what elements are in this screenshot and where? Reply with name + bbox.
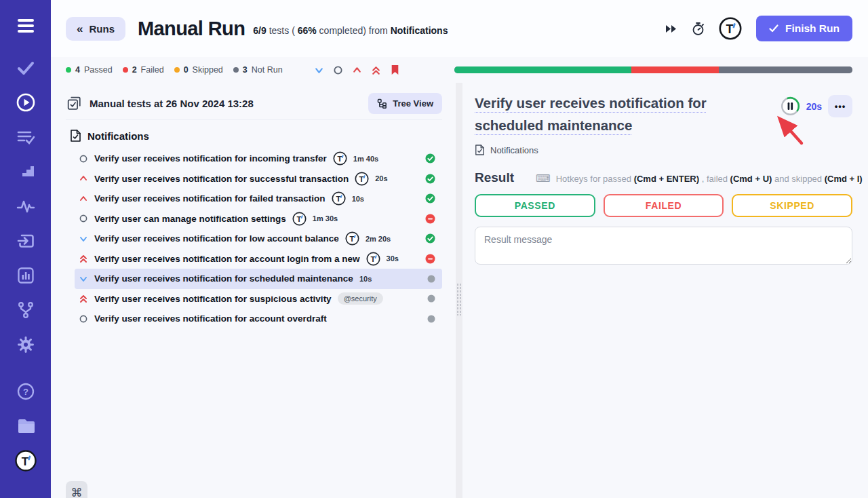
status-notrun-icon: [427, 315, 435, 323]
bar-chart-icon[interactable]: [15, 265, 37, 286]
svg-text:T: T: [359, 175, 364, 183]
folder-icon[interactable]: [15, 415, 37, 437]
status-badge: [427, 275, 435, 283]
status-badge: [425, 214, 435, 224]
test-row[interactable]: Verify user receives notification for ac…: [75, 249, 442, 269]
priority-normal-icon: [79, 314, 88, 324]
test-title: Verify user receives notification for su…: [94, 294, 332, 304]
status-passed-icon: [425, 174, 435, 184]
test-row[interactable]: Verify user receives notification for fa…: [75, 189, 442, 209]
priority-high-icon: [79, 174, 88, 183]
stat-skipped[interactable]: 0Skipped: [174, 65, 223, 75]
folder-notifications[interactable]: Notifications: [66, 120, 442, 149]
skipped-button[interactable]: SKIPPED: [732, 194, 852, 217]
test-duration: 2m 20s: [366, 235, 391, 243]
test-row[interactable]: Verify user receives notification for lo…: [75, 229, 442, 249]
breadcrumb[interactable]: Notifications: [475, 144, 852, 156]
status-badge: [425, 254, 435, 264]
chevron-down-icon[interactable]: [314, 65, 324, 75]
menu-icon[interactable]: [15, 15, 37, 37]
testomat-logo-icon: T: [355, 172, 369, 186]
testomat-logo-icon: T: [345, 231, 359, 246]
help-icon[interactable]: ?: [15, 381, 37, 402]
priority-high-icon: [79, 174, 88, 183]
test-duration: 10s: [352, 195, 364, 203]
test-row[interactable]: Verify user receives notification for ac…: [75, 309, 442, 329]
test-row[interactable]: Verify user can manage notification sett…: [75, 209, 442, 229]
gear-icon[interactable]: [15, 334, 37, 356]
passed-button[interactable]: PASSED: [475, 194, 595, 217]
back-to-runs-label: Runs: [89, 23, 115, 35]
timer-value: 20s: [806, 101, 822, 112]
fast-forward-icon[interactable]: [665, 24, 677, 33]
svg-text:T: T: [337, 155, 342, 163]
status-dot-icon: [174, 67, 180, 73]
copy-check-icon: [66, 95, 82, 111]
status-passed-icon: [425, 193, 435, 204]
test-duration: 1m 40s: [353, 155, 378, 163]
testomat-logo-icon: T: [366, 252, 380, 266]
panel-resize-handle[interactable]: [456, 83, 462, 498]
pulse-icon[interactable]: [15, 195, 37, 217]
pause-timer-button[interactable]: [781, 96, 800, 116]
stat-not-run[interactable]: 3Not Run: [233, 65, 283, 75]
result-message-input[interactable]: [475, 227, 852, 265]
test-title: Verify user receives notification for fa…: [94, 193, 326, 204]
stat-passed[interactable]: 4Passed: [66, 65, 113, 75]
testomat-logo-icon: T: [366, 252, 380, 266]
status-passed-icon: [425, 153, 435, 164]
stopwatch-icon[interactable]: [692, 22, 705, 36]
test-row[interactable]: Verify user receives notification for su…: [75, 169, 442, 189]
status-passed-icon: [425, 233, 435, 244]
finish-run-button[interactable]: Finish Run: [756, 16, 852, 41]
breadcrumb-label: Notifications: [490, 145, 538, 155]
test-row[interactable]: Verify user receives notification for sc…: [75, 269, 442, 289]
test-duration: 1m 30s: [313, 214, 338, 223]
priority-important-icon: [79, 294, 88, 303]
hotkey-segment: and skipped: [774, 174, 825, 184]
priority-low-icon: [79, 274, 88, 284]
verdict-buttons: PASSEDFAILEDSKIPPED: [475, 194, 852, 217]
progress-segment: [454, 66, 631, 73]
file-check-icon: [475, 144, 485, 156]
priority-low-icon: [79, 234, 88, 244]
branch-icon[interactable]: [15, 299, 37, 321]
priority-low-icon: [79, 234, 88, 244]
status-badge: [425, 153, 435, 164]
failed-button[interactable]: FAILED: [604, 194, 724, 217]
svg-text:T: T: [349, 235, 354, 243]
test-row[interactable]: Verify user receives notification for su…: [75, 289, 442, 309]
hotkey-segment: (Cmd + ENTER): [634, 174, 702, 184]
priority-normal-icon: [79, 214, 88, 223]
import-icon[interactable]: [15, 230, 37, 252]
status-failed-icon: [425, 214, 435, 224]
double-chevron-left-icon: «: [77, 23, 83, 35]
play-circle-icon[interactable]: [15, 92, 37, 113]
steps-icon[interactable]: [15, 161, 37, 183]
check-icon[interactable]: [15, 57, 37, 79]
priority-normal-icon: [79, 154, 88, 164]
chevron-up-icon[interactable]: [352, 65, 362, 75]
command-key-button[interactable]: ⌘: [66, 481, 87, 498]
circle-icon[interactable]: [333, 65, 343, 75]
tree-view-button[interactable]: Tree View: [368, 93, 442, 114]
app-logo-icon[interactable]: T: [719, 17, 742, 40]
hotkeys-hint: ⌨Hotkeys for passed (Cmd + ENTER) , fail…: [536, 172, 863, 185]
priority-important-icon: [79, 294, 88, 303]
logo-icon[interactable]: T: [15, 450, 37, 472]
double-chevron-up-icon[interactable]: [371, 65, 381, 75]
test-title: Verify user receives notification for ac…: [94, 313, 327, 324]
list-check-icon[interactable]: [15, 126, 37, 148]
more-options-button[interactable]: •••: [828, 95, 852, 117]
testomat-logo-icon: T: [332, 191, 346, 206]
status-dot-icon: [233, 67, 239, 73]
back-to-runs-button[interactable]: « Runs: [66, 17, 125, 41]
test-row[interactable]: Verify user receives notification for in…: [75, 149, 442, 169]
svg-text:?: ?: [23, 387, 28, 397]
stat-failed[interactable]: 2Failed: [123, 65, 164, 75]
test-detail-title: Verify user receives notification for sc…: [475, 92, 774, 136]
bookmark-icon[interactable]: [390, 64, 400, 75]
file-check-icon: [70, 129, 81, 142]
hotkey-segment: (Cmd + U): [730, 174, 774, 184]
folder-label: Notifications: [87, 130, 149, 142]
